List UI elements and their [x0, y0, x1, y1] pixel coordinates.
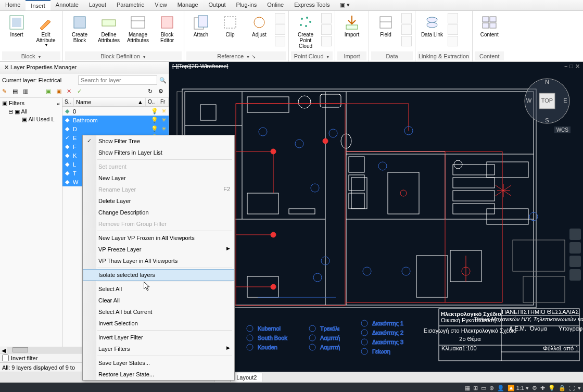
tree-all[interactable]: ⊟ ▣ All [1, 108, 61, 116]
datalink-button[interactable]: Data Link [417, 12, 447, 52]
menu-item[interactable]: VP Freeze Layer▶ [83, 244, 234, 255]
attach-button[interactable]: Attach [186, 12, 216, 52]
toolbar-icon-5[interactable]: ▣ [56, 88, 65, 96]
sun-icon[interactable]: ☀ [159, 117, 169, 123]
ref-small-3[interactable] [275, 36, 285, 46]
new-layer-icon[interactable]: ✎ [2, 88, 10, 96]
layer-row[interactable]: ◆Bathroom💡☀ [62, 116, 169, 124]
menu-item[interactable]: Select All but Current [83, 306, 234, 318]
col-name[interactable]: Name ▲ [74, 98, 146, 106]
tab-layout2[interactable]: Layout2 [231, 373, 262, 382]
wheel-icon[interactable] [569, 269, 581, 281]
orbit-icon[interactable] [569, 256, 581, 267]
sb-menu-icon[interactable]: ▾ [578, 385, 581, 391]
tree-all-used[interactable]: ▣ All Used L [1, 116, 61, 123]
link-small-2[interactable] [448, 24, 458, 35]
sun-icon[interactable]: ☀ [159, 125, 169, 132]
menu-item[interactable]: Change Description [83, 207, 234, 218]
layer-row[interactable]: ◆0💡☀ [62, 107, 169, 116]
tab-plugins[interactable]: Plug-ins [231, 0, 262, 10]
toolbar-icon-3[interactable]: ▥ [23, 88, 31, 96]
tab-output[interactable]: Output [204, 0, 231, 10]
field-button[interactable]: Field [371, 12, 400, 52]
import-button[interactable]: Import [337, 12, 366, 52]
create-pointcloud-button[interactable]: Create Point Cloud [291, 12, 320, 52]
bulb-icon[interactable]: 💡 [150, 125, 159, 132]
menu-item[interactable]: Layer Filters▶ [83, 343, 234, 355]
bulb-icon[interactable]: 💡 [150, 117, 159, 123]
bulb-icon[interactable]: 💡 [150, 108, 159, 115]
sb-bulb-icon[interactable]: 💡 [548, 385, 555, 391]
maximize-icon[interactable]: □ [569, 63, 573, 70]
delete-icon[interactable]: ✕ [67, 88, 75, 96]
menu-item[interactable]: Invert Layer Filter [83, 332, 234, 343]
search-icon[interactable]: 🔍 [159, 77, 167, 84]
layer-row[interactable]: ◆D💡☀ [62, 124, 169, 133]
tab-express[interactable]: Express Tools [289, 0, 335, 10]
wcs-label[interactable]: WCS [554, 127, 571, 133]
filters-header[interactable]: ▣ Filters « [1, 99, 61, 108]
tab-annotate[interactable]: Annotate [50, 0, 84, 10]
pc-small-2[interactable] [321, 24, 332, 35]
sb-icon-3[interactable]: ▭ [481, 385, 486, 391]
tab-layout[interactable]: Layout [84, 0, 111, 10]
pan-icon[interactable] [569, 229, 581, 240]
canvas-title[interactable]: [-][Top][2D Wireframe] [172, 63, 229, 69]
menu-item[interactable]: Restore Layer State... [83, 369, 234, 380]
tab-insert[interactable]: Insert [26, 0, 50, 10]
minimize-icon[interactable]: − [564, 63, 567, 70]
menu-item[interactable]: Save Layer States... [83, 357, 234, 369]
menu-item[interactable]: Isolate selected layers [83, 269, 234, 281]
collapse-icon[interactable]: « [57, 100, 60, 107]
sb-plus-icon[interactable]: ✚ [540, 385, 545, 391]
viewcube[interactable]: TOP N S E W WCS [524, 78, 571, 124]
ref-small-1[interactable] [275, 13, 285, 23]
data-small-3[interactable] [401, 36, 412, 46]
menu-item[interactable]: Show Filters in Layer List [83, 147, 234, 158]
pc-small-1[interactable] [321, 13, 332, 23]
tab-parametric[interactable]: Parametric [111, 0, 149, 10]
menu-item[interactable]: New Layer [83, 172, 234, 184]
edit-attribute-button[interactable]: Edit Attribute ▼ [31, 12, 60, 52]
data-small-1[interactable] [401, 13, 412, 23]
define-attributes-button[interactable]: Define Attributes [94, 12, 123, 52]
create-block-button[interactable]: Create Block [65, 12, 94, 52]
sb-grid-icon[interactable]: ⊞ [473, 385, 478, 391]
menu-item[interactable]: New Layer VP Frozen in All Viewports [83, 232, 234, 244]
sb-person-icon[interactable]: 👤 [497, 385, 504, 391]
sb-model-icon[interactable]: ▦ [465, 385, 470, 391]
menu-item[interactable]: VP Thaw Layer in All Viewports [83, 255, 234, 267]
tab-manage[interactable]: Manage [172, 0, 204, 10]
menu-item[interactable]: Select All [83, 283, 234, 295]
link-small-3[interactable] [448, 36, 458, 46]
insert-button[interactable]: Insert [2, 12, 31, 52]
refresh-icon[interactable]: ↻ [148, 88, 156, 96]
sb-icon-4[interactable]: ⊗ [489, 385, 494, 391]
ref-small-2[interactable] [275, 24, 285, 35]
menu-item[interactable]: Invert Selection [83, 318, 234, 329]
toolbar-icon-2[interactable]: ▤ [12, 88, 21, 96]
sb-lock-icon[interactable]: 🔒 [559, 385, 566, 391]
sb-expand-icon[interactable]: ⛶ [569, 385, 575, 391]
link-small-1[interactable] [448, 13, 458, 23]
invert-filter-checkbox[interactable] [2, 355, 9, 361]
col-status[interactable]: S.. [62, 98, 74, 106]
data-small-2[interactable] [401, 24, 412, 35]
menu-item[interactable]: Clear All [83, 295, 234, 306]
settings-icon[interactable]: ⚙ [158, 88, 167, 96]
sb-scale[interactable]: 🔼 1:1 ▾ [508, 385, 529, 391]
search-input[interactable] [78, 75, 157, 85]
manage-attributes-button[interactable]: Manage Attributes [123, 12, 153, 52]
close-icon[interactable]: ✕ [575, 63, 580, 70]
check-icon[interactable]: ✓ [77, 88, 85, 96]
col-on[interactable]: O.. [146, 98, 158, 106]
adjust-button[interactable]: Adjust [245, 12, 274, 52]
toolbar-icon-4[interactable]: ▣ [46, 88, 54, 96]
menu-item[interactable]: Delete Layer [83, 195, 234, 207]
tab-view[interactable]: View [149, 0, 172, 10]
menu-item[interactable]: ✓Show Filter Tree [83, 135, 234, 147]
pc-small-3[interactable] [321, 36, 332, 46]
zoom-icon[interactable] [569, 242, 581, 254]
tab-home[interactable]: Home [0, 0, 26, 10]
col-freeze[interactable]: Fr [158, 98, 169, 106]
